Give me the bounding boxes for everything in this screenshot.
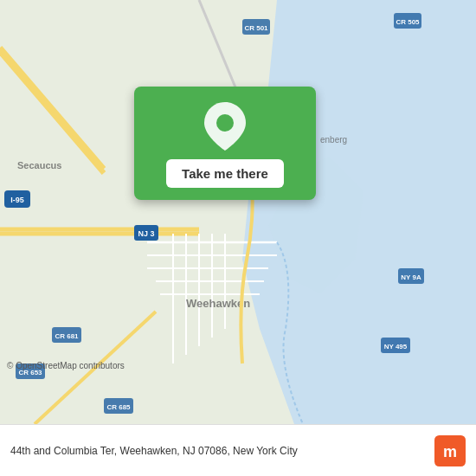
osm-text: © OpenStreetMap contributors <box>7 361 125 370</box>
osm-attribution: © OpenStreetMap contributors <box>7 361 125 370</box>
svg-text:CR 505: CR 505 <box>396 18 420 26</box>
location-card: Take me there <box>134 87 316 200</box>
svg-text:CR 501: CR 501 <box>244 24 268 32</box>
map-container: I-95 NJ 3 CR 501 CR 505 NY 9A NY 495 CR … <box>0 0 476 424</box>
svg-text:m: m <box>443 443 457 460</box>
svg-text:NY 9A: NY 9A <box>401 273 421 281</box>
svg-text:NJ 3: NJ 3 <box>138 229 154 238</box>
moovit-icon: m <box>434 435 466 466</box>
take-me-there-button[interactable]: Take me there <box>166 159 284 188</box>
svg-point-40 <box>216 114 234 132</box>
svg-text:CR 685: CR 685 <box>106 403 131 411</box>
footer-address: 44th and Columbia Ter, Weehawken, NJ 070… <box>10 445 434 457</box>
svg-text:Secaucus: Secaucus <box>17 160 61 170</box>
moovit-logo: m <box>434 435 466 466</box>
map-pin-icon <box>204 102 246 151</box>
svg-text:enberg: enberg <box>320 135 347 145</box>
svg-text:I-95: I-95 <box>10 196 24 204</box>
svg-text:CR 681: CR 681 <box>55 332 79 340</box>
footer: 44th and Columbia Ter, Weehawken, NJ 070… <box>0 424 476 476</box>
svg-text:NY 495: NY 495 <box>384 343 408 351</box>
